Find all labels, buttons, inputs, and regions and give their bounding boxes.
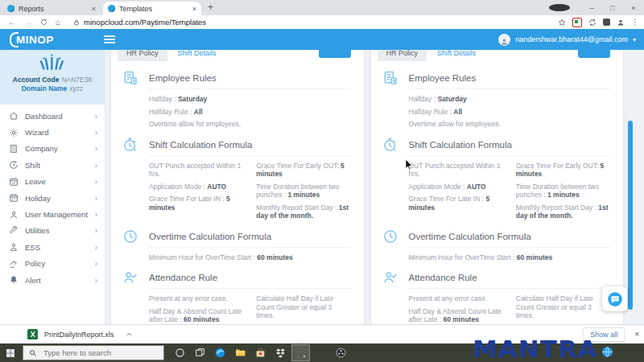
record-dot-icon[interactable]: [549, 4, 570, 11]
browser-tab-strip: Reports × Templates × + – □ ×: [0, 0, 644, 15]
store-icon[interactable]: [251, 344, 270, 361]
user-menu[interactable]: nandershwar.bharat44@gmail.com ▾: [498, 29, 636, 50]
window-maximize-button[interactable]: □: [602, 4, 623, 12]
policy-card: HR PolicyShift DetailsEmployee RulesHalf…: [111, 50, 364, 324]
file-explorer-icon[interactable]: [231, 344, 250, 361]
policy-cards-row: HR PolicyShift DetailsEmployee RulesHalf…: [111, 50, 623, 324]
tab-close-icon[interactable]: ×: [192, 5, 196, 13]
divider: [409, 247, 611, 248]
sidebar-menu: Dashboard›Wizard›Company›Shift›Leave›Hol…: [0, 105, 105, 288]
section-columns: Present at any error case.Half Day & Abs…: [409, 294, 611, 324]
search-input[interactable]: [42, 348, 150, 358]
rule-column: Minimum Hour for OverTime Start : 60 min…: [409, 253, 611, 266]
sidebar-item-company[interactable]: Company›: [0, 141, 105, 157]
card-action-button[interactable]: [578, 50, 610, 58]
sidebar-item-label: Shift: [25, 161, 40, 170]
tab-close-icon[interactable]: ×: [92, 5, 96, 13]
tab-favicon: [108, 5, 115, 12]
start-button[interactable]: [6, 348, 15, 358]
chevron-up-icon[interactable]: [126, 331, 133, 338]
account-panel: Account CodeNAN7E38 Domain Namexyzz: [0, 50, 105, 105]
section-overtime-calculation-formula: Overtime Calculation FormulaMinimum Hour…: [382, 228, 611, 266]
sidebar-item-label: Wizard: [25, 128, 49, 137]
calendar-check-icon: [9, 177, 19, 187]
download-file-name[interactable]: PrintDailyInReport.xls: [44, 331, 114, 339]
card-tab-hr-policy[interactable]: HR Policy: [378, 50, 427, 61]
sidebar-item-utilities[interactable]: Utilities›: [0, 223, 105, 239]
back-icon[interactable]: ←: [8, 18, 16, 27]
stopwatch-icon: [382, 137, 398, 153]
hamburger-menu-icon[interactable]: [104, 35, 115, 43]
sidebar-item-label: Leave: [25, 177, 46, 186]
edge-icon[interactable]: [211, 344, 229, 361]
rule-column: Grace Time For Early OUT: 5 minutesTime …: [256, 162, 350, 224]
rule-text: Halfday Rule : All: [149, 108, 351, 117]
url-text[interactable]: minopcloud.com/Paytime/Templates: [84, 18, 206, 27]
card-action-button[interactable]: [319, 50, 351, 58]
sidebar-item-label: Alert: [25, 276, 41, 285]
lock-icon[interactable]: [73, 19, 80, 26]
section-header: Employee Rules: [122, 70, 351, 86]
sticky-notes-icon[interactable]: [312, 344, 330, 361]
person-icon: [9, 242, 19, 252]
card-tab-shift-details[interactable]: Shift Details: [428, 50, 485, 61]
sidebar-item-ess[interactable]: ESS›: [0, 239, 105, 255]
extension-icon[interactable]: [603, 19, 610, 26]
sidebar-item-holiday[interactable]: Holiday›: [0, 190, 105, 206]
divider: [409, 155, 611, 156]
shelf-close-icon[interactable]: ×: [634, 330, 639, 339]
chrome-icon[interactable]: [291, 344, 310, 361]
calendar-icon: [9, 193, 19, 203]
chat-bubble-button[interactable]: [602, 286, 627, 311]
brand-text: MINOP: [16, 34, 54, 46]
browser-tab-reports[interactable]: Reports ×: [2, 2, 101, 15]
task-view-icon[interactable]: [191, 344, 209, 361]
window-close-button[interactable]: ×: [623, 4, 644, 12]
section-title: Employee Rules: [149, 73, 217, 83]
cortana-icon[interactable]: [171, 344, 189, 361]
sidebar-item-wizard[interactable]: Wizard›: [0, 124, 105, 140]
dropbox-icon[interactable]: [271, 344, 290, 361]
stopwatch-icon: [122, 137, 138, 153]
sidebar-item-leave[interactable]: Leave›: [0, 174, 105, 190]
sidebar-item-dashboard[interactable]: Dashboard›: [0, 108, 105, 124]
avatar: [498, 34, 510, 46]
rule-column: Present at any error case.Half Day & Abs…: [149, 294, 243, 324]
obs-icon[interactable]: [332, 344, 350, 361]
sidebar-item-shift[interactable]: Shift›: [0, 157, 105, 173]
section-columns: OUT Punch accepted Within 1 hrs.Applicat…: [409, 162, 611, 224]
sidebar-item-policy[interactable]: Policy›: [0, 256, 105, 272]
home-nav-icon[interactable]: ⌂: [56, 18, 60, 27]
network-globe-icon[interactable]: [601, 346, 613, 358]
sidebar-item-user-management[interactable]: User Management›: [0, 206, 105, 222]
browser-menu-icon[interactable]: ⋮: [631, 18, 639, 27]
section-title: Overtime Calculation Formula: [149, 232, 271, 241]
rule-text: Calculate Half Day if Late Count Greater…: [256, 294, 350, 320]
bookmark-star-icon[interactable]: [558, 19, 566, 27]
rule-text: Halfday Rule : All: [409, 108, 611, 117]
sidebar-item-alert[interactable]: Alert›: [0, 272, 105, 288]
card-tab-shift-details[interactable]: Shift Details: [169, 50, 225, 61]
divider: [409, 288, 611, 289]
sync-extension-icon[interactable]: [588, 19, 597, 27]
card-body: Employee RulesHalfday : SaturdayHalfday …: [371, 61, 624, 324]
profile-icon[interactable]: [617, 19, 625, 27]
section-header: Attendance Rule: [382, 269, 611, 286]
recorder-extension-icon[interactable]: [572, 18, 582, 27]
taskbar-search[interactable]: [23, 345, 164, 360]
window-minimize-button[interactable]: –: [581, 4, 602, 12]
mouse-cursor: [405, 159, 414, 171]
new-tab-button[interactable]: +: [208, 2, 213, 13]
reload-icon[interactable]: [40, 19, 47, 26]
rule-text: OUT Punch accepted Within 1 hrs.: [409, 162, 503, 179]
scrollbar-thumb[interactable]: [628, 121, 633, 310]
rule-column: OUT Punch accepted Within 1 hrs.Applicat…: [149, 162, 243, 224]
forward-icon[interactable]: →: [24, 18, 32, 27]
card-tabs: HR PolicyShift Details: [111, 50, 364, 61]
rule-text: Present at any error case.: [409, 294, 503, 303]
browser-tab-templates[interactable]: Templates ×: [103, 2, 201, 15]
minop-brand-logo[interactable]: MINOP: [10, 32, 54, 47]
account-code-row: Account CodeNAN7E38: [0, 76, 105, 84]
chevron-down-icon: ▾: [633, 36, 636, 43]
card-tab-hr-policy[interactable]: HR Policy: [118, 50, 167, 61]
